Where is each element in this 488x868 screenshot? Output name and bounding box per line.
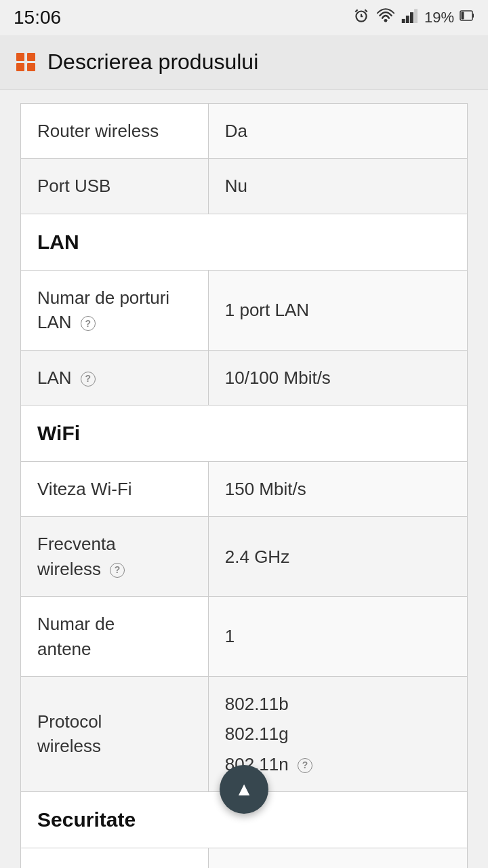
help-lan-icon[interactable]: ?: [81, 372, 96, 387]
section-wifi-title: WiFi: [21, 405, 468, 461]
svg-line-2: [365, 9, 367, 12]
value-criptare-wep: 64 bit 128 bit WPA ? WPA2: [208, 848, 467, 868]
label-port-usb: Port USB: [21, 159, 209, 214]
section-wifi: WiFi: [21, 405, 468, 461]
help-frecventa-icon[interactable]: ?: [110, 563, 125, 578]
grid-icon: [16, 53, 35, 72]
protocol-values-list: 802.11b 802.11g 802.11n ?: [225, 692, 451, 776]
svg-rect-5: [406, 16, 409, 23]
content-area: Router wireless Da Port USB Nu LAN Numar…: [0, 90, 488, 868]
table-row: Router wireless Da: [21, 104, 468, 159]
value-frecventa-wireless: 2.4 GHz: [208, 517, 467, 597]
label-criptare-wep: Criptare WEP: [21, 848, 209, 868]
table-row: Numar de porturi LAN ? 1 port LAN: [21, 270, 468, 350]
protocol-80211b: 802.11b: [225, 692, 451, 716]
label-numar-antene: Numar deantene: [21, 597, 209, 677]
criptare-64bit: 64 bit: [225, 863, 451, 868]
svg-line-1: [355, 9, 357, 12]
svg-rect-4: [402, 19, 405, 23]
svg-rect-9: [472, 14, 474, 18]
help-porturi-lan-icon[interactable]: ?: [81, 316, 96, 331]
value-numar-antene: 1: [208, 597, 467, 677]
table-row: Criptare WEP 64 bit 128 bit WPA ? WPA2: [21, 848, 468, 868]
criptare-values-list: 64 bit 128 bit WPA ? WPA2: [225, 863, 451, 868]
help-protocol-icon[interactable]: ?: [298, 758, 312, 773]
section-lan-title: LAN: [21, 214, 468, 270]
battery-icon: [460, 9, 474, 26]
value-lan-speed: 10/100 Mbit/s: [208, 350, 467, 405]
value-port-usb: Nu: [208, 159, 467, 214]
scroll-top-button[interactable]: [220, 765, 268, 814]
section-lan: LAN: [21, 214, 468, 270]
table-row: Viteza Wi-Fi 150 Mbit/s: [21, 461, 468, 516]
alarm-icon: [352, 7, 370, 28]
svg-rect-10: [462, 12, 464, 20]
svg-rect-7: [414, 9, 418, 23]
page-title: Descrierea produsului: [47, 50, 258, 75]
status-bar: 15:06: [0, 0, 488, 35]
label-porturi-lan: Numar de porturi LAN ?: [21, 270, 209, 350]
wifi-icon: [375, 8, 396, 27]
label-frecventa-wireless: Frecventawireless ?: [21, 517, 209, 597]
value-porturi-lan: 1 port LAN: [208, 270, 467, 350]
app-header: Descrierea produsului: [0, 35, 488, 90]
protocol-80211g: 802.11g: [225, 722, 451, 746]
label-protocol-wireless: Protocolwireless: [21, 676, 209, 791]
status-icons: 19%: [352, 7, 474, 28]
svg-rect-6: [410, 12, 413, 23]
label-router-wireless: Router wireless: [21, 104, 209, 159]
status-time: 15:06: [14, 7, 61, 28]
spec-table: Router wireless Da Port USB Nu LAN Numar…: [20, 103, 468, 868]
table-row: Port USB Nu: [21, 159, 468, 214]
svg-point-3: [384, 19, 388, 22]
label-lan-speed: LAN ?: [21, 350, 209, 405]
battery-percentage: 19%: [424, 9, 454, 26]
label-viteza-wifi: Viteza Wi-Fi: [21, 461, 209, 516]
table-row: Numar deantene 1: [21, 597, 468, 677]
signal-icon: [401, 8, 419, 27]
value-router-wireless: Da: [208, 104, 467, 159]
value-viteza-wifi: 150 Mbit/s: [208, 461, 467, 516]
table-row: LAN ? 10/100 Mbit/s: [21, 350, 468, 405]
table-row: Frecventawireless ? 2.4 GHz: [21, 517, 468, 597]
